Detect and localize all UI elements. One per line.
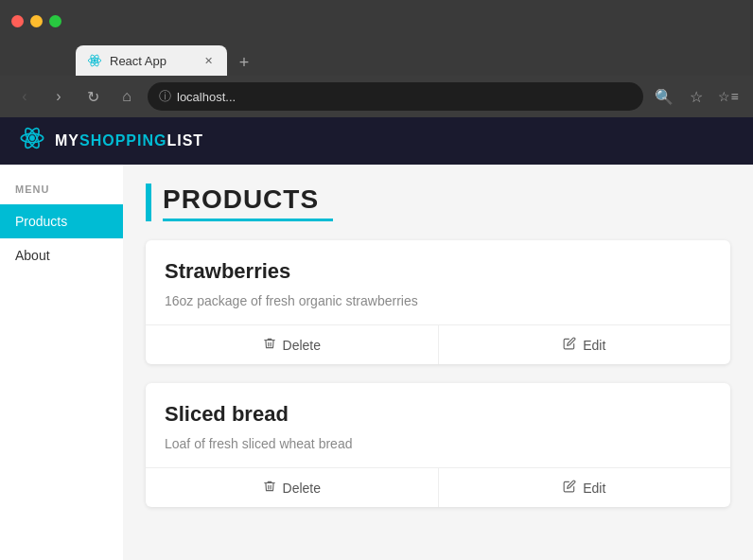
nav-icons: 🔍 ☆ ☆≡ <box>651 83 742 110</box>
sidebar: MENU Products About <box>0 165 123 560</box>
back-icon: ‹ <box>22 88 26 105</box>
delete-button[interactable]: Delete <box>146 468 438 507</box>
card-actions: Delete Edit <box>146 324 730 364</box>
delete-label: Delete <box>283 338 321 353</box>
card-body: Strawberries 16oz package of fresh organ… <box>146 240 730 324</box>
forward-button[interactable]: › <box>45 83 72 110</box>
svg-point-0 <box>93 59 96 61</box>
minimize-button[interactable] <box>30 15 43 27</box>
delete-button[interactable]: Delete <box>146 325 438 364</box>
title-shopping: SHOPPING <box>79 132 166 149</box>
product-card: Strawberries 16oz package of fresh organ… <box>146 240 730 364</box>
edit-label: Edit <box>583 481 605 496</box>
title-list: LIST <box>166 132 203 149</box>
search-icon: 🔍 <box>655 88 674 106</box>
maximize-button[interactable] <box>49 15 61 27</box>
new-tab-button[interactable]: + <box>231 49 257 76</box>
back-button[interactable]: ‹ <box>11 83 38 110</box>
tab-close-button[interactable]: ✕ <box>201 53 216 68</box>
sidebar-item-about[interactable]: About <box>0 238 123 272</box>
card-actions: Delete Edit <box>146 467 730 507</box>
close-button[interactable] <box>11 15 24 27</box>
edit-button[interactable]: Edit <box>438 468 731 507</box>
product-description: Loaf of fresh sliced wheat bread <box>165 434 711 454</box>
nav-bar: ‹ › ↻ ⌂ ⓘ localhost... 🔍 ☆ ☆≡ <box>0 76 753 117</box>
product-card: Sliced bread Loaf of fresh sliced wheat … <box>146 383 730 507</box>
page-title-wrap: PRODUCTS <box>146 184 730 221</box>
title-bar <box>0 0 753 42</box>
title-underline <box>163 219 333 221</box>
reload-icon: ↻ <box>87 88 99 106</box>
product-name: Sliced bread <box>165 402 711 427</box>
edit-icon <box>563 337 576 353</box>
delete-label: Delete <box>283 481 321 496</box>
home-icon: ⌂ <box>122 88 131 105</box>
address-bar[interactable]: ⓘ localhost... <box>148 82 643 111</box>
reading-list-button[interactable]: ☆≡ <box>715 83 742 110</box>
trash-icon <box>263 337 276 353</box>
page-title: PRODUCTS <box>163 184 333 215</box>
react-favicon-icon <box>87 53 102 68</box>
edit-label: Edit <box>583 338 605 353</box>
svg-point-4 <box>29 135 35 141</box>
star-icon: ☆ <box>690 88 703 106</box>
app-header: MYSHOPPINGLIST <box>0 117 753 165</box>
info-icon: ⓘ <box>159 88 171 105</box>
browser-tab[interactable]: React App ✕ <box>76 45 227 76</box>
traffic-lights <box>11 15 61 27</box>
address-text: localhost... <box>177 90 236 104</box>
edit-button[interactable]: Edit <box>438 325 731 364</box>
browser-chrome: React App ✕ + ‹ › ↻ ⌂ ⓘ localhost... 🔍 ☆ <box>0 0 753 117</box>
trash-icon <box>263 480 276 496</box>
reload-button[interactable]: ↻ <box>79 83 106 110</box>
app-title: MYSHOPPINGLIST <box>55 132 203 149</box>
title-accent <box>146 184 151 221</box>
search-button[interactable]: 🔍 <box>651 83 677 110</box>
reading-list-icon: ☆≡ <box>718 89 738 104</box>
content-area: PRODUCTS Strawberries 16oz package of fr… <box>123 165 753 560</box>
home-button[interactable]: ⌂ <box>114 83 140 110</box>
edit-icon <box>563 480 576 496</box>
menu-label: MENU <box>0 184 123 204</box>
app-logo <box>19 125 45 157</box>
sidebar-item-products[interactable]: Products <box>0 204 123 238</box>
product-name: Strawberries <box>165 259 711 284</box>
card-body: Sliced bread Loaf of fresh sliced wheat … <box>146 383 730 467</box>
forward-icon: › <box>56 88 61 105</box>
tab-title: React App <box>110 54 193 68</box>
title-my: MY <box>55 132 79 149</box>
product-description: 16oz package of fresh organic strawberri… <box>165 291 711 311</box>
main-layout: MENU Products About PRODUCTS Strawberrie… <box>0 165 753 560</box>
bookmark-button[interactable]: ☆ <box>683 83 709 110</box>
